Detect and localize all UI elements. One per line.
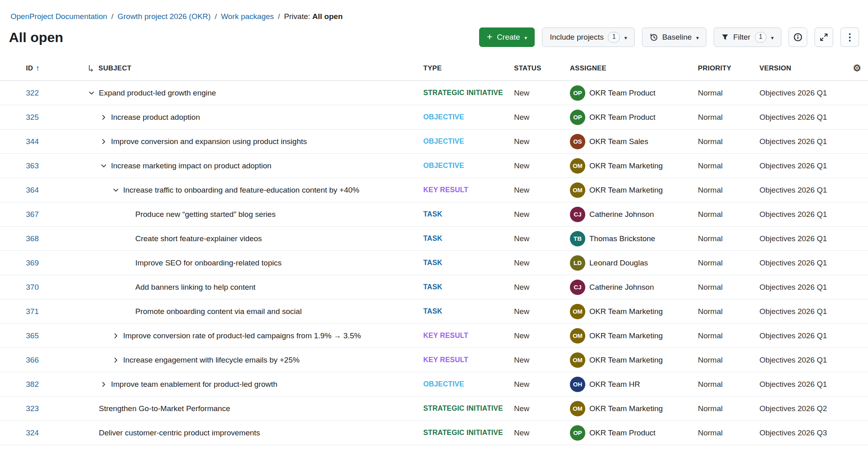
wp-id-link[interactable]: 324	[26, 429, 39, 437]
wp-subject[interactable]: Increase engagement with lifecycle email…	[123, 356, 300, 365]
wp-id-link[interactable]: 370	[26, 283, 39, 291]
wp-id-link[interactable]: 366	[26, 356, 39, 364]
wp-version[interactable]: Objectives 2026 Q1	[759, 89, 846, 98]
wp-version[interactable]: Objectives 2026 Q3	[759, 429, 846, 437]
breadcrumb-link[interactable]: OpenProject Documentation	[11, 12, 107, 21]
column-header-version[interactable]: VERSION	[759, 64, 846, 72]
wp-status[interactable]: New	[514, 283, 570, 292]
table-row[interactable]: 323 Strengthen Go-to-Market Performance …	[0, 397, 868, 421]
column-header-type[interactable]: TYPE	[423, 64, 514, 72]
wp-id-link[interactable]: 344	[26, 137, 39, 146]
table-row[interactable]: 324 Deliver customer-centric product imp…	[0, 421, 868, 445]
wp-status[interactable]: New	[514, 331, 570, 340]
wp-type[interactable]: OBJECTIVE	[423, 113, 514, 121]
wp-version[interactable]: Objectives 2026 Q1	[759, 356, 846, 365]
hierarchy-toggle-icon[interactable]	[100, 138, 108, 146]
wp-assignee-name[interactable]: OKR Team Marketing	[589, 356, 663, 365]
wp-priority[interactable]: Normal	[698, 404, 759, 413]
table-row[interactable]: 364 Increase traffic to onboarding and f…	[0, 178, 868, 202]
wp-assignee-name[interactable]: OKR Team Product	[589, 429, 655, 437]
table-row[interactable]: 344 Improve conversion and expansion usi…	[0, 129, 868, 154]
wp-assignee-name[interactable]: OKR Team Marketing	[589, 161, 663, 170]
wp-priority[interactable]: Normal	[698, 380, 759, 389]
wp-version[interactable]: Objectives 2026 Q1	[759, 283, 846, 292]
table-row[interactable]: 370 Add banners linking to help content …	[0, 275, 868, 299]
wp-version[interactable]: Objectives 2026 Q2	[759, 404, 846, 413]
wp-subject[interactable]: Add banners linking to help content	[135, 283, 256, 292]
wp-assignee-name[interactable]: OKR Team Marketing	[589, 331, 663, 340]
wp-status[interactable]: New	[514, 234, 570, 243]
wp-subject[interactable]: Expand product-led growth engine	[99, 89, 216, 98]
wp-priority[interactable]: Normal	[698, 186, 759, 195]
table-row[interactable]: 365 Improve conversion rate of product-l…	[0, 324, 868, 348]
wp-subject[interactable]: Improve SEO for onboarding-related topic…	[135, 259, 282, 267]
wp-status[interactable]: New	[514, 89, 570, 98]
wp-priority[interactable]: Normal	[698, 161, 759, 170]
wp-subject[interactable]: Improve conversion and expansion using p…	[111, 137, 307, 146]
wp-type[interactable]: STRATEGIC INITIATIVE	[423, 89, 514, 97]
wp-id-link[interactable]: 322	[26, 89, 39, 97]
table-row[interactable]: 367 Produce new “getting started” blog s…	[0, 202, 868, 227]
wp-priority[interactable]: Normal	[698, 356, 759, 365]
wp-assignee-name[interactable]: OKR Team Product	[589, 89, 655, 98]
wp-status[interactable]: New	[514, 137, 570, 146]
wp-assignee-name[interactable]: OKR Team HR	[589, 380, 640, 389]
wp-type[interactable]: TASK	[423, 234, 514, 243]
wp-assignee-name[interactable]: OKR Team Marketing	[589, 404, 663, 413]
wp-id-link[interactable]: 325	[26, 113, 39, 121]
hierarchy-toggle-icon[interactable]	[100, 162, 108, 170]
wp-subject[interactable]: Increase product adoption	[111, 113, 200, 122]
wp-version[interactable]: Objectives 2026 Q1	[759, 234, 846, 243]
hierarchy-toggle-icon[interactable]	[100, 113, 108, 121]
wp-subject[interactable]: Strengthen Go-to-Market Performance	[99, 404, 230, 413]
wp-type[interactable]: TASK	[423, 307, 514, 316]
wp-type[interactable]: STRATEGIC INITIATIVE	[423, 429, 514, 437]
wp-version[interactable]: Objectives 2026 Q1	[759, 259, 846, 267]
column-header-assignee[interactable]: ASSIGNEE	[570, 64, 698, 72]
wp-priority[interactable]: Normal	[698, 429, 759, 437]
wp-version[interactable]: Objectives 2026 Q1	[759, 380, 846, 389]
table-row[interactable]: 369 Improve SEO for onboarding-related t…	[0, 251, 868, 275]
wp-subject[interactable]: Create short feature-explainer videos	[135, 234, 262, 243]
info-button[interactable]	[789, 28, 807, 47]
wp-status[interactable]: New	[514, 404, 570, 413]
wp-assignee-name[interactable]: OKR Team Product	[589, 113, 655, 122]
wp-priority[interactable]: Normal	[698, 331, 759, 340]
wp-subject[interactable]: Improve conversion rate of product-led c…	[123, 331, 361, 340]
table-row[interactable]: 325 Increase product adoption OBJECTIVE …	[0, 105, 868, 129]
wp-priority[interactable]: Normal	[698, 259, 759, 267]
wp-type[interactable]: TASK	[423, 259, 514, 267]
wp-assignee-name[interactable]: OKR Team Sales	[589, 137, 648, 146]
wp-id-link[interactable]: 369	[26, 259, 39, 267]
wp-priority[interactable]: Normal	[698, 283, 759, 292]
wp-id-link[interactable]: 382	[26, 380, 39, 388]
wp-id-link[interactable]: 323	[26, 404, 39, 413]
wp-subject[interactable]: Increase marketing impact on product ado…	[111, 161, 271, 170]
wp-subject[interactable]: Produce new “getting started” blog serie…	[135, 210, 275, 219]
column-header-subject[interactable]: SUBJECT	[87, 64, 423, 72]
wp-priority[interactable]: Normal	[698, 307, 759, 316]
wp-id-link[interactable]: 364	[26, 186, 39, 194]
wp-type[interactable]: OBJECTIVE	[423, 161, 514, 170]
wp-status[interactable]: New	[514, 210, 570, 219]
table-row[interactable]: 371 Promote onboarding content via email…	[0, 299, 868, 324]
wp-status[interactable]: New	[514, 380, 570, 389]
column-header-status[interactable]: STATUS	[514, 64, 570, 72]
table-row[interactable]: 368 Create short feature-explainer video…	[0, 227, 868, 251]
breadcrumb-link[interactable]: Work packages	[221, 12, 274, 21]
more-options-button[interactable]: ⋮	[840, 28, 859, 47]
create-button[interactable]: + Create ▾	[479, 28, 535, 47]
column-header-priority[interactable]: PRIORITY	[698, 64, 759, 72]
hierarchy-toggle-icon[interactable]	[100, 380, 108, 388]
hierarchy-toggle-icon[interactable]	[112, 186, 120, 194]
wp-version[interactable]: Objectives 2026 Q1	[759, 137, 846, 146]
wp-priority[interactable]: Normal	[698, 113, 759, 122]
wp-id-link[interactable]: 363	[26, 161, 39, 170]
wp-priority[interactable]: Normal	[698, 89, 759, 98]
hierarchy-toggle-icon[interactable]	[112, 332, 120, 340]
wp-id-link[interactable]: 367	[26, 210, 39, 219]
wp-assignee-name[interactable]: Catherine Johnson	[589, 210, 654, 219]
table-row[interactable]: 382 Improve team enablement for product-…	[0, 372, 868, 397]
wp-status[interactable]: New	[514, 307, 570, 316]
wp-type[interactable]: KEY RESULT	[423, 356, 514, 364]
